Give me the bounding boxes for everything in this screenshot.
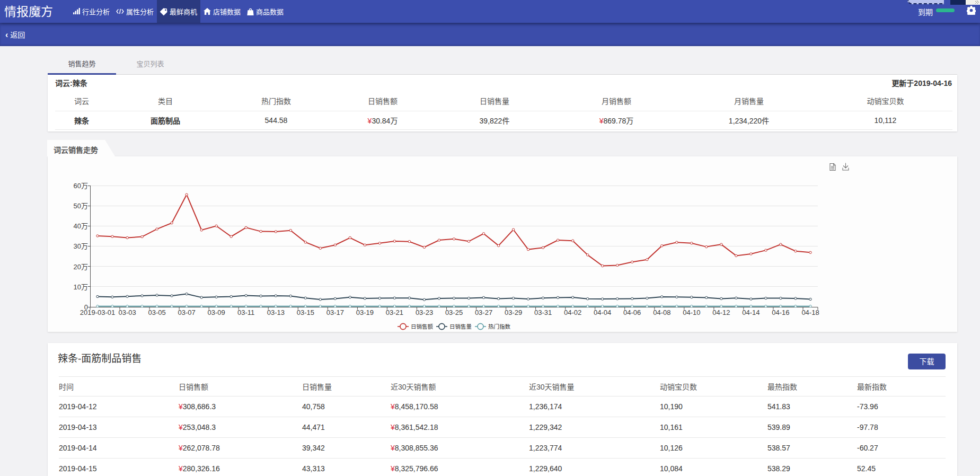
svg-text:04-04: 04-04 <box>594 308 611 316</box>
svg-text:03-25: 03-25 <box>445 308 463 316</box>
svg-text:03-19: 03-19 <box>356 308 374 316</box>
svg-text:2019-03-01: 2019-03-01 <box>80 308 116 316</box>
svg-text:03-15: 03-15 <box>297 308 314 316</box>
svg-text:03-13: 03-13 <box>267 308 285 316</box>
svg-text:60万: 60万 <box>74 182 88 190</box>
svg-text:04-08: 04-08 <box>653 308 670 316</box>
svg-text:03-17: 03-17 <box>326 308 344 316</box>
svg-text:50万: 50万 <box>74 202 88 210</box>
svg-text:03-29: 03-29 <box>505 308 522 316</box>
svg-text:03-31: 03-31 <box>534 308 552 316</box>
svg-text:03-23: 03-23 <box>416 308 433 316</box>
svg-text:10万: 10万 <box>74 283 88 291</box>
svg-text:30万: 30万 <box>74 242 88 250</box>
svg-text:03-03: 03-03 <box>118 308 136 316</box>
svg-text:03-21: 03-21 <box>386 308 403 316</box>
svg-text:04-06: 04-06 <box>623 308 641 316</box>
svg-text:04-14: 04-14 <box>742 308 760 316</box>
svg-text:04-16: 04-16 <box>772 308 789 316</box>
svg-text:20万: 20万 <box>74 263 88 271</box>
svg-text:03-09: 03-09 <box>208 308 225 316</box>
svg-text:03-11: 03-11 <box>237 308 254 316</box>
svg-text:04-10: 04-10 <box>683 308 700 316</box>
svg-text:04-12: 04-12 <box>712 308 730 316</box>
svg-text:04-02: 04-02 <box>564 308 581 316</box>
svg-text:03-27: 03-27 <box>475 308 492 316</box>
svg-text:04-18: 04-18 <box>801 308 819 316</box>
svg-text:03-05: 03-05 <box>148 308 165 316</box>
svg-text:40万: 40万 <box>74 222 88 230</box>
svg-text:03-07: 03-07 <box>178 308 195 316</box>
